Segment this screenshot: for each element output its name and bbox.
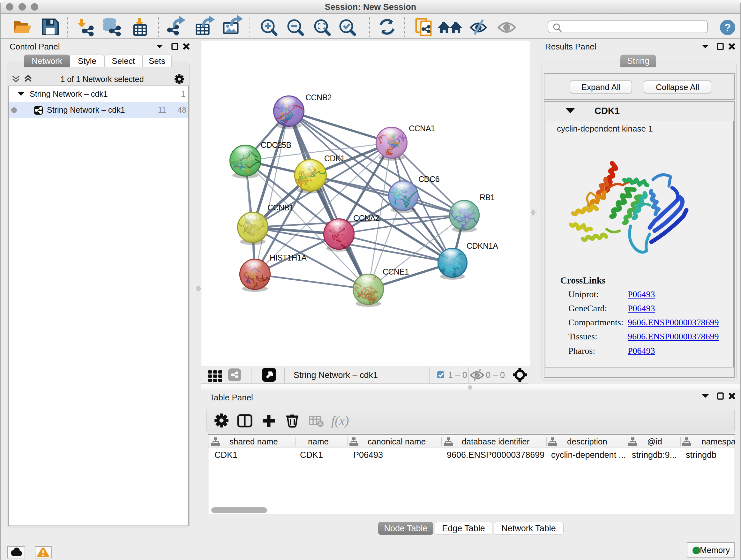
svg-text:CCNA2: CCNA2 <box>353 213 380 223</box>
svg-text:f(x): f(x) <box>331 414 349 428</box>
svg-text:CCNE1: CCNE1 <box>383 267 409 276</box>
svg-text:CCNA1: CCNA1 <box>409 124 435 133</box>
svg-text:CDKN1A: CDKN1A <box>467 241 498 250</box>
svg-text:CDC6: CDC6 <box>418 175 440 184</box>
svg-text:?: ? <box>724 21 731 34</box>
svg-text:CCNB2: CCNB2 <box>306 93 332 102</box>
svg-text:HIST1H1A: HIST1H1A <box>270 253 307 262</box>
svg-text:CDK1: CDK1 <box>324 154 345 163</box>
svg-text:CDC25B: CDC25B <box>261 140 291 149</box>
svg-text:CCNB1: CCNB1 <box>267 203 293 212</box>
svg-text:RB1: RB1 <box>480 193 495 202</box>
